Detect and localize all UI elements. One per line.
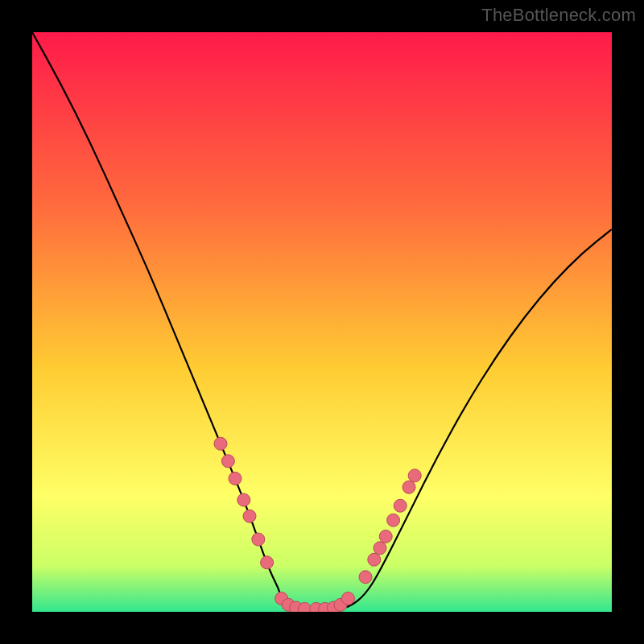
- data-marker: [368, 553, 381, 566]
- data-marker: [298, 602, 311, 612]
- data-marker: [374, 542, 386, 555]
- data-marker: [387, 514, 400, 526]
- data-marker: [261, 556, 274, 569]
- data-marker: [237, 493, 250, 506]
- data-marker: [359, 571, 372, 584]
- data-marker: [243, 510, 256, 522]
- data-marker: [402, 481, 415, 493]
- data-marker: [379, 530, 392, 543]
- data-marker: [252, 533, 265, 546]
- chart-background: [32, 32, 612, 612]
- chart-frame: TheBottleneck.com: [0, 0, 644, 644]
- watermark-text: TheBottleneck.com: [481, 5, 636, 26]
- data-marker: [214, 437, 227, 450]
- bottleneck-chart: [32, 32, 612, 612]
- data-marker: [408, 469, 421, 482]
- data-marker: [394, 499, 407, 512]
- data-marker: [221, 455, 234, 468]
- data-marker: [341, 592, 354, 605]
- data-marker: [229, 472, 242, 485]
